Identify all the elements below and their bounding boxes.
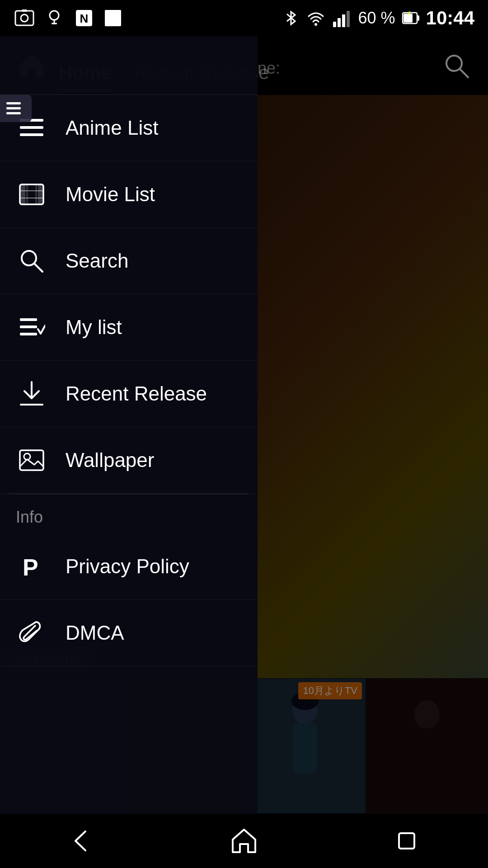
drawer-item-recent-release[interactable]: Recent Release	[0, 361, 258, 427]
list-check-icon	[18, 314, 45, 341]
battery-icon	[402, 9, 420, 27]
svg-rect-41	[38, 184, 43, 204]
svg-rect-11	[338, 18, 341, 27]
battery-text: 60 %	[358, 9, 395, 28]
wallpaper-label: Wallpaper	[66, 449, 154, 472]
svg-rect-42	[26, 184, 28, 204]
recent-release-label: Recent Release	[66, 382, 207, 405]
drawer-item-movie-list[interactable]: Movie List	[0, 161, 258, 228]
svg-rect-50	[20, 333, 37, 335]
svg-rect-10	[333, 22, 336, 27]
status-time: 10:44	[426, 7, 474, 29]
dmca-label: DMCA	[66, 622, 124, 644]
svg-rect-43	[35, 184, 37, 204]
list-chip[interactable]	[0, 95, 32, 122]
list-chip-icon	[5, 99, 23, 118]
recents-icon	[391, 825, 422, 857]
drawer-header: ne:	[0, 36, 258, 95]
svg-rect-53	[20, 450, 43, 470]
drawer-peek-text: ne:	[258, 59, 280, 78]
movie-list-label: Movie List	[66, 183, 155, 206]
drawer-item-privacy-policy[interactable]: P Privacy Policy	[0, 533, 258, 600]
status-left-icons: N	[14, 7, 123, 29]
wallpaper-icon	[16, 444, 47, 476]
paperclip-icon	[18, 619, 45, 646]
my-list-icon	[16, 311, 47, 343]
bulb-icon	[43, 7, 65, 29]
search-label: Search	[66, 250, 128, 272]
svg-rect-0	[15, 11, 33, 25]
anime-list-label: Anime List	[66, 117, 158, 139]
svg-rect-56	[399, 833, 414, 849]
svg-rect-48	[20, 318, 37, 321]
drawer-item-search[interactable]: Search	[0, 228, 258, 294]
movie-list-icon	[16, 179, 47, 210]
svg-rect-12	[342, 14, 345, 27]
n-icon: N	[73, 7, 95, 29]
android-home-button[interactable]	[217, 823, 271, 859]
drawer-item-wallpaper[interactable]: Wallpaper	[0, 427, 258, 494]
search-drawer-svg	[18, 247, 45, 274]
app-container: ws : ACCA Home Recent Release	[0, 36, 488, 814]
svg-rect-49	[20, 326, 37, 328]
svg-line-47	[34, 264, 42, 272]
dmca-icon	[16, 617, 47, 649]
parking-p-icon: P	[18, 553, 45, 580]
wifi-icon	[306, 8, 326, 28]
privacy-policy-icon: P	[16, 551, 47, 582]
svg-rect-37	[20, 126, 43, 129]
image-icon	[18, 447, 45, 474]
svg-rect-13	[347, 11, 350, 27]
svg-rect-35	[6, 112, 21, 114]
svg-rect-8	[105, 10, 121, 26]
svg-rect-15	[417, 15, 419, 21]
film-icon	[18, 181, 45, 208]
svg-point-9	[314, 23, 317, 26]
drawer-item-dmca[interactable]: DMCA	[0, 600, 258, 666]
back-button[interactable]	[54, 823, 108, 859]
nav-drawer: ne: Anime List	[0, 36, 258, 814]
signal-icon	[332, 8, 352, 28]
recents-button[interactable]	[380, 823, 434, 859]
photo-icon	[14, 7, 35, 29]
drawer-item-my-list[interactable]: My list	[0, 294, 258, 361]
back-icon	[66, 825, 97, 857]
svg-rect-33	[6, 102, 21, 104]
status-right: 60 % 10:44	[282, 7, 474, 29]
android-home-icon	[228, 825, 260, 857]
svg-rect-2	[22, 9, 27, 12]
svg-point-3	[50, 11, 59, 20]
status-bar: N 60 %	[0, 0, 488, 36]
svg-text:N: N	[80, 12, 89, 25]
download-icon	[18, 380, 45, 407]
bottom-nav	[0, 814, 488, 868]
bluetooth-icon	[282, 9, 300, 27]
svg-rect-38	[20, 133, 43, 136]
svg-rect-34	[6, 107, 21, 109]
recent-release-icon	[16, 378, 47, 410]
svg-rect-40	[20, 184, 25, 204]
search-drawer-icon	[16, 245, 47, 277]
my-list-label: My list	[66, 316, 122, 339]
drawer-info-header: Info	[0, 494, 258, 533]
square-icon	[103, 8, 123, 28]
privacy-policy-label: Privacy Policy	[66, 555, 189, 578]
drawer-item-anime-list[interactable]: Anime List	[0, 95, 258, 161]
svg-text:P: P	[23, 554, 38, 580]
svg-point-1	[21, 14, 28, 22]
